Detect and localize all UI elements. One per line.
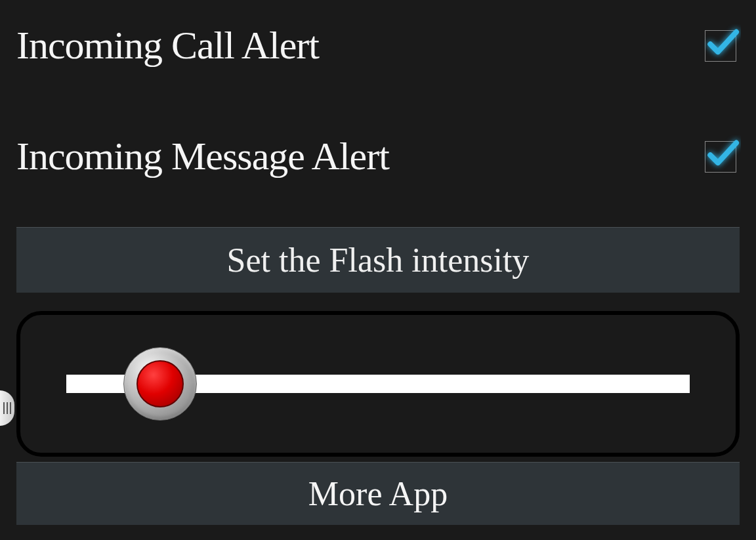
- incoming-message-alert-label: Incoming Message Alert: [16, 134, 389, 179]
- more-app-button[interactable]: More App: [16, 462, 740, 525]
- drawer-handle[interactable]: [0, 390, 14, 426]
- incoming-message-alert-checkbox[interactable]: [705, 141, 736, 173]
- grip-line-icon: [10, 402, 11, 414]
- check-icon: [704, 135, 741, 172]
- flash-intensity-slider[interactable]: [66, 375, 690, 393]
- grip-line-icon: [3, 402, 5, 414]
- incoming-message-alert-row: Incoming Message Alert: [0, 104, 756, 215]
- incoming-call-alert-checkbox[interactable]: [705, 30, 736, 62]
- flash-intensity-header: Set the Flash intensity: [16, 227, 740, 293]
- flash-intensity-slider-container: [16, 311, 740, 457]
- grip-line-icon: [7, 402, 8, 414]
- check-icon: [704, 24, 741, 61]
- incoming-call-alert-label: Incoming Call Alert: [16, 23, 319, 68]
- flash-intensity-thumb[interactable]: [123, 347, 197, 421]
- incoming-call-alert-row: Incoming Call Alert: [0, 0, 756, 104]
- thumb-dot-icon: [136, 360, 184, 407]
